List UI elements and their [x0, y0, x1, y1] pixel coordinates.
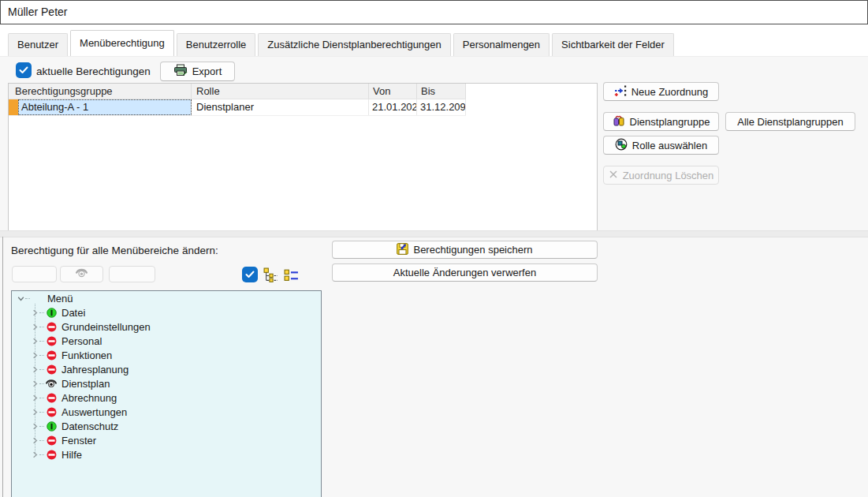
chevron-right-icon[interactable] [32, 323, 39, 331]
row-marker [9, 99, 18, 115]
permission-denied-icon [46, 435, 57, 446]
cell-bis[interactable]: 31.12.209 [417, 99, 466, 115]
permission-denied-icon [46, 364, 57, 375]
chevron-right-icon[interactable] [32, 352, 39, 359]
tab-bar: BenutzerMenüberechtigungBenutzerrolleZus… [8, 30, 676, 56]
tree-item-hilfe[interactable]: Hilfe [12, 447, 321, 462]
chevron-down-icon[interactable] [17, 295, 24, 302]
tree-item-label: Funktionen [61, 349, 112, 361]
tree-item-label: Personal [61, 335, 102, 347]
table-row[interactable]: Abteilung-A - 1 Dienstplaner 21.01.202 3… [9, 99, 466, 116]
window-title: Müller Peter [8, 6, 67, 18]
dienstplangruppe-label: Dienstplangruppe [630, 116, 710, 128]
x-icon [609, 170, 618, 181]
chevron-right-icon[interactable] [32, 394, 39, 402]
delete-assignment-button[interactable]: Zuordnung Löschen [603, 166, 719, 185]
tree-item-label: Jahresplanung [61, 364, 129, 376]
column-header-rolle[interactable]: Rolle [192, 84, 369, 99]
tree-item-label: Fenster [61, 435, 96, 447]
export-button-label: Export [192, 65, 222, 77]
checkmark-icon [19, 65, 28, 77]
chevron-right-icon[interactable] [32, 309, 39, 316]
permission-denied-icon [46, 349, 57, 361]
tree-item-datei[interactable]: Datei [12, 305, 321, 320]
chevron-right-icon[interactable] [32, 451, 39, 458]
tree-item-label: Abrechnung [61, 392, 117, 404]
printer-icon [173, 64, 188, 79]
column-header-bis[interactable]: Bis [417, 84, 466, 99]
chevron-right-icon[interactable] [32, 380, 39, 387]
permission-allowed-icon [46, 307, 57, 318]
left-panel-edge [2, 237, 3, 497]
tree-item-jahresplanung[interactable]: Jahresplanung [12, 362, 321, 376]
tree-item-datenschutz[interactable]: Datenschutz [12, 419, 321, 433]
alle-dienstplangruppen-label: Alle Dienstplangruppen [737, 116, 843, 128]
cell-berechtigungsgruppe[interactable]: Abteilung-A - 1 [18, 99, 192, 115]
eye-icon [76, 268, 88, 280]
window-title-bar: Müller Peter [0, 0, 868, 24]
insert-assignment-icon [614, 84, 627, 99]
floppy-disk-icon [397, 243, 408, 257]
permission-denied-icon [46, 449, 57, 460]
tab-zusatzliche-dienstplanberechtigungen[interactable]: Zusätzliche Dienstplanberechtigungen [258, 33, 450, 56]
tree-item-grundeinstellungen[interactable]: Grundeinstellungen [12, 320, 321, 334]
alle-dienstplangruppen-button[interactable]: Alle Dienstplangruppen [725, 112, 855, 131]
tree-item-label: Datei [61, 307, 85, 319]
tab-menuberechtigung[interactable]: Menüberechtigung [70, 30, 174, 56]
group-icon [613, 114, 625, 129]
chevron-right-icon[interactable] [32, 423, 39, 430]
cell-rolle[interactable]: Dienstplaner [192, 99, 369, 115]
permission-denied-icon [46, 392, 57, 403]
assignments-table: Berechtigungsgruppe Rolle Von Bis Abteil… [8, 83, 598, 231]
tree-item-label: Dienstplan [61, 378, 110, 390]
bulk-allow-button[interactable] [12, 266, 57, 282]
tree-item-funktionen[interactable]: Funktionen [12, 348, 321, 362]
tree-item-abrechnung[interactable]: Abrechnung [12, 390, 321, 405]
select-role-button[interactable]: Rolle auswählen [603, 136, 719, 155]
tab-personalmengen[interactable]: Personalmengen [453, 33, 549, 56]
tree-item-fenster[interactable]: Fenster [12, 433, 321, 447]
bulk-view-only-button[interactable] [60, 266, 103, 282]
menu-permission-tree: Menü DateiGrundeinstellungenPersonalFunk… [11, 290, 322, 497]
delete-assignment-label: Zuordnung Löschen [623, 170, 714, 181]
tab-sichtbarkeit-der-felder[interactable]: Sichtbarkeit der Felder [552, 33, 674, 56]
bulk-permissions-label: Berechtigung für alle Menübereiche änder… [11, 245, 218, 256]
role-person-icon [615, 138, 628, 153]
tree-item-dienstplan[interactable]: Dienstplan [12, 376, 321, 390]
permission-denied-icon [46, 321, 57, 332]
select-role-label: Rolle auswählen [632, 140, 707, 151]
chevron-right-icon[interactable] [32, 437, 39, 444]
permission-view-only-eye-icon [46, 378, 57, 389]
permission-allowed-icon [46, 420, 57, 432]
tab-benutzerrolle[interactable]: Benutzerrolle [177, 33, 256, 56]
tree-item-auswertungen[interactable]: Auswertungen [12, 405, 321, 419]
cell-von[interactable]: 21.01.202 [369, 99, 417, 115]
tree-root-label: Menü [47, 293, 73, 305]
dienstplangruppe-button[interactable]: Dienstplangruppe [603, 112, 719, 131]
new-assignment-label: Neue Zuordnung [631, 86, 709, 98]
tree-root-menu[interactable]: Menü [12, 291, 321, 305]
column-header-von[interactable]: Von [369, 84, 417, 99]
tab-benutzer[interactable]: Benutzer [8, 33, 68, 56]
discard-changes-button[interactable]: Aktuelle Änderungen verwerfen [332, 263, 598, 282]
tree-filter-checkbox[interactable] [242, 267, 258, 282]
table-header: Berechtigungsgruppe Rolle Von Bis [9, 84, 466, 99]
chevron-right-icon[interactable] [32, 366, 39, 373]
list-view-icon[interactable] [282, 267, 300, 282]
column-header-berechtigungsgruppe[interactable]: Berechtigungsgruppe [9, 84, 192, 99]
tree-item-personal[interactable]: Personal [12, 334, 321, 348]
current-permissions-label: aktuelle Berechtigungen [36, 65, 151, 77]
expand-tree-icon[interactable] [262, 267, 279, 282]
section-divider [0, 230, 868, 237]
new-assignment-button[interactable]: Neue Zuordnung [603, 82, 719, 101]
current-permissions-checkbox[interactable] [16, 62, 32, 78]
bulk-deny-button[interactable] [109, 266, 155, 282]
checkmark-icon [245, 269, 255, 281]
save-permissions-button[interactable]: Berechtigungen speichern [332, 241, 598, 259]
chevron-right-icon[interactable] [32, 409, 39, 416]
chevron-right-icon[interactable] [32, 338, 39, 345]
discard-changes-label: Aktuelle Änderungen verwerfen [393, 267, 536, 278]
tree-item-label: Datenschutz [61, 420, 118, 432]
tree-item-label: Grundeinstellungen [61, 321, 151, 333]
export-button[interactable]: Export [160, 62, 235, 81]
